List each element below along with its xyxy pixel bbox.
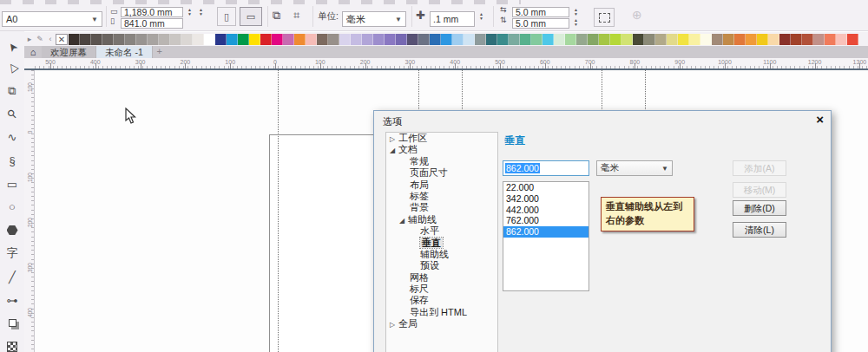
tree-expander-icon[interactable]: ▷ xyxy=(390,134,398,145)
palette-swatch[interactable] xyxy=(554,34,565,45)
width-spinner[interactable]: ▲▼ xyxy=(185,8,194,16)
tree-expander-icon[interactable]: ▷ xyxy=(390,319,398,330)
palette-swatch[interactable] xyxy=(464,34,475,45)
palette-swatch[interactable] xyxy=(125,34,136,45)
palette-swatch[interactable] xyxy=(599,34,610,45)
tree-item-水平[interactable]: 水平 xyxy=(386,225,497,237)
palette-swatch[interactable] xyxy=(306,34,317,45)
palette-swatch[interactable] xyxy=(678,34,689,45)
duplicate-y-field[interactable]: 5.0 mm xyxy=(512,18,569,29)
tree-expander-icon[interactable]: ◢ xyxy=(399,215,408,226)
nudge-field[interactable]: .1 mm xyxy=(430,11,475,27)
palette-swatch[interactable] xyxy=(486,34,497,45)
palette-swatch[interactable] xyxy=(700,34,712,45)
palette-swatch[interactable] xyxy=(136,34,148,45)
tree-item-文档[interactable]: ◢文档 xyxy=(386,144,497,155)
palette-swatch[interactable] xyxy=(260,34,272,45)
palette-swatch[interactable] xyxy=(441,34,452,45)
palette-swatch[interactable] xyxy=(238,34,249,45)
tree-item-网格[interactable]: 网格 xyxy=(386,272,497,284)
clear-button[interactable]: 清除(L) xyxy=(733,222,786,238)
palette-swatch[interactable] xyxy=(69,34,80,45)
palette-swatch[interactable] xyxy=(351,34,362,45)
palette-swatch[interactable] xyxy=(610,34,621,45)
palette-swatch[interactable] xyxy=(802,34,813,45)
nudge-spinner[interactable]: ▲▼ xyxy=(477,12,486,21)
palette-swatch[interactable] xyxy=(791,34,802,45)
guideline-list-item[interactable]: 862.000 xyxy=(503,226,589,238)
palette-swatch[interactable] xyxy=(689,34,700,45)
tree-item-辅助线[interactable]: ◢辅助线 xyxy=(386,214,497,225)
guideline-list-item[interactable]: 22.000 xyxy=(503,182,589,193)
height-spinner[interactable]: ▲▼ xyxy=(196,8,206,16)
tree-item-保存[interactable]: 保存 xyxy=(386,295,497,306)
palette-swatch[interactable] xyxy=(339,34,351,45)
palette-swatch[interactable] xyxy=(249,34,260,45)
tree-item-预设[interactable]: 预设 xyxy=(386,260,497,271)
palette-swatch[interactable] xyxy=(475,34,486,45)
dimension-tool[interactable]: ╱ xyxy=(3,267,22,286)
tree-item-布局[interactable]: 布局 xyxy=(386,179,497,191)
palette-swatch[interactable] xyxy=(644,34,655,45)
palette-swatch[interactable] xyxy=(621,34,633,45)
palette-swatch[interactable] xyxy=(667,34,678,45)
guideline-list-item[interactable]: 342.000 xyxy=(503,193,589,205)
guideline-list-item[interactable]: 442.000 xyxy=(503,205,589,216)
palette-swatch[interactable] xyxy=(531,34,542,45)
palette-swatch[interactable] xyxy=(757,34,768,45)
zoom-tool[interactable]: ⚲ xyxy=(3,105,22,124)
treat-as-filled-button[interactable] xyxy=(594,8,615,27)
palette-swatch[interactable] xyxy=(373,34,385,45)
artistic-media-tool[interactable]: § xyxy=(3,151,22,170)
palette-swatch[interactable] xyxy=(565,34,576,45)
palette-swatch[interactable] xyxy=(768,34,779,45)
palette-swatch[interactable] xyxy=(825,34,836,45)
palette-swatch[interactable] xyxy=(847,34,858,45)
landscape-button[interactable]: ▭ xyxy=(240,7,262,26)
palette-swatch[interactable] xyxy=(294,34,306,45)
palette-swatch[interactable] xyxy=(509,34,520,45)
palette-swatch[interactable] xyxy=(588,34,599,45)
palette-swatch[interactable] xyxy=(813,34,825,45)
palette-swatch[interactable] xyxy=(272,34,283,45)
palette-swatch[interactable] xyxy=(283,34,294,45)
palette-swatch[interactable] xyxy=(148,34,159,45)
pick-tool[interactable]: ➤ xyxy=(3,37,22,56)
palette-swatch[interactable] xyxy=(91,34,102,45)
palette-swatch[interactable] xyxy=(317,34,328,45)
palette-edit-icon[interactable]: ✎ xyxy=(35,35,45,43)
freehand-tool[interactable]: ∿ xyxy=(3,127,22,147)
palette-swatch[interactable] xyxy=(836,34,847,45)
close-icon[interactable]: × xyxy=(816,113,824,127)
duplicate-x-spinner[interactable]: ▲▼ xyxy=(571,8,581,16)
page-height-field[interactable]: 841.0 mm xyxy=(121,18,183,29)
palette-swatch[interactable] xyxy=(633,34,644,45)
palette-swatch[interactable] xyxy=(215,34,227,45)
palette-swatch[interactable] xyxy=(746,34,757,45)
duplicate-y-spinner[interactable]: ▲▼ xyxy=(571,18,581,27)
palette-swatch[interactable] xyxy=(114,34,125,45)
units-combo[interactable]: 毫米 ▼ xyxy=(342,11,406,27)
polygon-tool[interactable] xyxy=(3,221,22,240)
palette-swatch[interactable] xyxy=(159,34,170,45)
guideline-position-input[interactable]: 862.000 xyxy=(503,160,589,176)
palette-scroll-icon[interactable]: ▸ xyxy=(24,35,35,43)
new-tab-button[interactable]: + xyxy=(153,46,167,58)
tree-item-背景[interactable]: 背景 xyxy=(386,202,497,213)
crop-tool[interactable]: ⧉ xyxy=(3,81,22,101)
palette-swatch[interactable] xyxy=(430,34,441,45)
palette-swatch[interactable] xyxy=(102,34,114,45)
palette-swatch[interactable] xyxy=(576,34,588,45)
palette-swatch[interactable] xyxy=(734,34,746,45)
palette-swatch[interactable] xyxy=(328,34,339,45)
all-pages-icon[interactable]: ⧉ xyxy=(273,9,280,23)
tree-item-标签[interactable]: 标签 xyxy=(386,191,497,202)
tree-expander-icon[interactable]: ◢ xyxy=(390,145,398,156)
tree-item-全局[interactable]: ▷全局 xyxy=(386,318,497,329)
current-page-icon[interactable]: ⌗ xyxy=(293,9,299,23)
palette-swatch[interactable] xyxy=(655,34,667,45)
horizontal-ruler[interactable]: 5004003002001000100200300400500600700800… xyxy=(35,58,868,70)
tree-item-标尺[interactable]: 标尺 xyxy=(386,284,497,295)
palette-swatch[interactable] xyxy=(181,34,193,45)
tab-welcome-screen[interactable]: 欢迎屏幕 xyxy=(42,46,96,58)
